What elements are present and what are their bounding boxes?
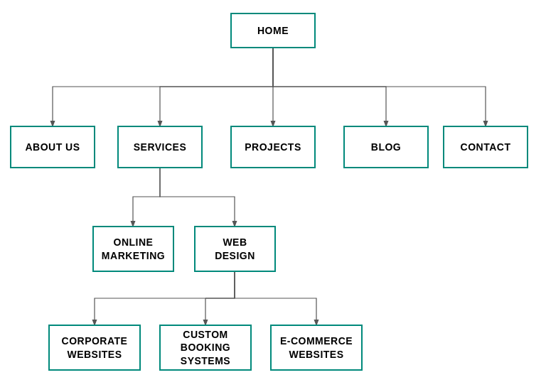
node-projects[interactable]: PROJECTS	[230, 126, 316, 168]
node-aboutus[interactable]: ABOUT US	[10, 126, 95, 168]
node-contact[interactable]: CONTACT	[443, 126, 528, 168]
node-online-marketing[interactable]: ONLINE MARKETING	[92, 226, 174, 272]
sitemap-diagram: HOME ABOUT US SERVICES PROJECTS BLOG CON…	[0, 0, 546, 392]
node-blog[interactable]: BLOG	[343, 126, 429, 168]
node-services[interactable]: SERVICES	[117, 126, 203, 168]
node-corporate-websites[interactable]: CORPORATE WEBSITES	[48, 325, 141, 371]
node-custom-booking[interactable]: CUSTOM BOOKING SYSTEMS	[159, 325, 252, 371]
node-home[interactable]: HOME	[230, 13, 316, 48]
node-ecommerce[interactable]: E-COMMERCE WEBSITES	[270, 325, 363, 371]
node-web-design[interactable]: WEB DESIGN	[194, 226, 276, 272]
